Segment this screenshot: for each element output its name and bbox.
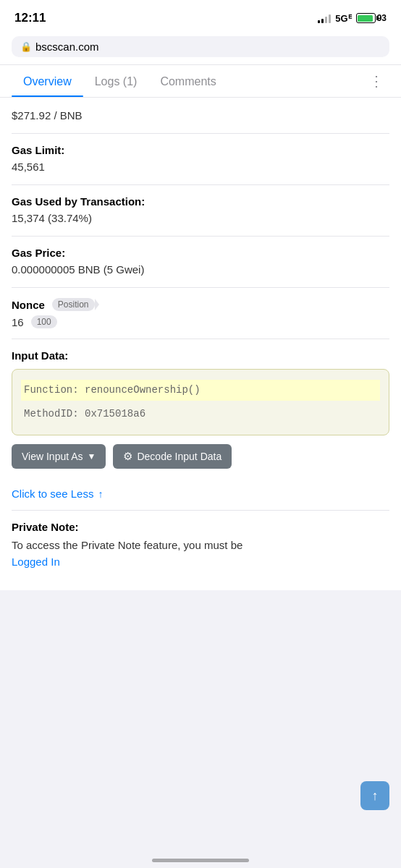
tabs-more-button[interactable]: ⋮ <box>363 67 389 95</box>
decode-input-data-button[interactable]: ⚙ Decode Input Data <box>113 444 232 469</box>
gas-used-value: 15,374 (33.74%) <box>12 210 389 226</box>
action-buttons: View Input As ▼ ⚙ Decode Input Data <box>12 444 389 469</box>
url-bar[interactable]: 🔒 bscscan.com <box>0 32 401 65</box>
signal-icon <box>318 13 331 23</box>
view-input-as-label: View Input As <box>22 451 83 462</box>
status-icons: 5Gᴱ 93 <box>318 13 387 24</box>
gas-price-label: Gas Price: <box>12 247 389 259</box>
logged-in-link[interactable]: Logged In <box>12 556 60 568</box>
gas-used-label: Gas Used by Transaction: <box>12 195 389 208</box>
arrow-up-icon: ↑ <box>98 488 103 500</box>
gas-price-value: 0.000000005 BNB (5 Gwei) <box>12 262 389 277</box>
bnb-price-value: $271.92 / BNB <box>12 108 389 123</box>
chevron-down-icon: ▼ <box>88 451 96 461</box>
decode-icon: ⚙ <box>123 450 132 463</box>
see-less-text: Click to see Less <box>12 488 93 500</box>
nonce-row: Nonce Position 16 100 <box>12 288 389 339</box>
code-box: Function: renounceOwnership() MethodID: … <box>12 369 389 435</box>
battery-icon: 93 <box>356 13 387 23</box>
home-indicator <box>152 859 249 862</box>
nonce-label: Nonce <box>12 299 45 311</box>
private-note-text: To access the Private Note feature, you … <box>12 539 242 551</box>
lock-icon: 🔒 <box>20 41 32 52</box>
position-badge: Position <box>52 298 95 311</box>
status-bar: 12:11 5Gᴱ 93 <box>0 0 401 32</box>
method-line: MethodID: 0x715018a6 <box>24 405 377 423</box>
scroll-to-top-button[interactable]: ↑ <box>360 781 389 810</box>
input-data-section: Input Data: Function: renounceOwnership(… <box>12 339 389 590</box>
url-text: bscscan.com <box>35 41 99 53</box>
private-note-section: Private Note: To access the Private Note… <box>12 511 389 580</box>
gas-limit-label: Gas Limit: <box>12 144 389 156</box>
network-label: 5Gᴱ <box>335 13 351 24</box>
decode-label: Decode Input Data <box>137 451 221 462</box>
main-content: Overview Logs (1) Comments ⋮ $271.92 / B… <box>0 65 401 590</box>
scroll-top-arrow-icon: ↑ <box>372 788 379 804</box>
content-area: $271.92 / BNB Gas Limit: 45,561 Gas Used… <box>0 98 401 590</box>
gas-limit-value: 45,561 <box>12 159 389 174</box>
tab-logs[interactable]: Logs (1) <box>83 65 149 97</box>
battery-percent: 93 <box>377 13 387 23</box>
view-input-as-button[interactable]: View Input As ▼ <box>12 444 106 469</box>
gas-limit-row: Gas Limit: 45,561 <box>12 134 389 185</box>
gas-used-row: Gas Used by Transaction: 15,374 (33.74%) <box>12 185 389 237</box>
tab-comments[interactable]: Comments <box>148 65 227 97</box>
see-less-link[interactable]: Click to see Less ↑ <box>12 480 389 511</box>
gas-price-row: Gas Price: 0.000000005 BNB (5 Gwei) <box>12 237 389 288</box>
nonce-position-value: 100 <box>31 315 57 328</box>
input-data-label: Input Data: <box>12 349 389 362</box>
status-time: 12:11 <box>14 11 46 25</box>
private-note-label: Private Note: <box>12 521 389 533</box>
bottom-safe-area <box>0 590 401 648</box>
tabs-container: Overview Logs (1) Comments ⋮ <box>0 65 401 98</box>
tab-overview[interactable]: Overview <box>12 65 83 97</box>
bnb-price-row: $271.92 / BNB <box>12 98 389 134</box>
nonce-value: 16 <box>12 316 24 328</box>
function-line: Function: renounceOwnership() <box>21 380 380 401</box>
